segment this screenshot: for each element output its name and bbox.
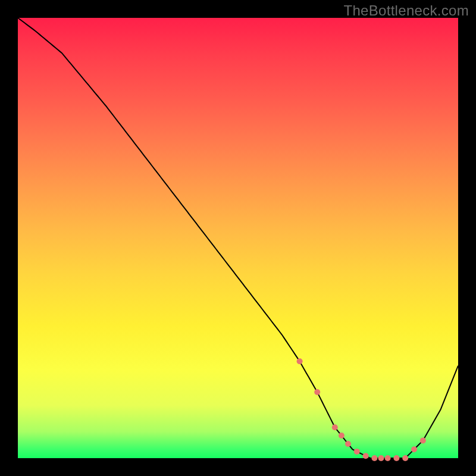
- curve-dot: [297, 358, 303, 364]
- chart-container: TheBottleneck.com: [0, 0, 476, 476]
- curve-dot: [363, 453, 369, 459]
- curve-dot: [354, 449, 360, 455]
- curve-dot: [385, 455, 391, 461]
- curve-dot: [339, 433, 345, 439]
- curve-dot: [393, 455, 399, 461]
- plot-area: [18, 18, 458, 458]
- curve-dot: [332, 424, 338, 430]
- bottleneck-curve: [18, 18, 458, 458]
- curve-dot: [378, 455, 384, 461]
- curve-dot: [371, 455, 377, 461]
- curve-dot: [402, 455, 408, 461]
- curve-dot: [314, 389, 320, 395]
- curve-line: [18, 18, 458, 458]
- curve-dot: [420, 437, 426, 443]
- curve-dot: [345, 441, 351, 447]
- curve-dot: [411, 446, 417, 452]
- watermark-text: TheBottleneck.com: [343, 2, 469, 19]
- curve-optimal-dots: [297, 358, 426, 461]
